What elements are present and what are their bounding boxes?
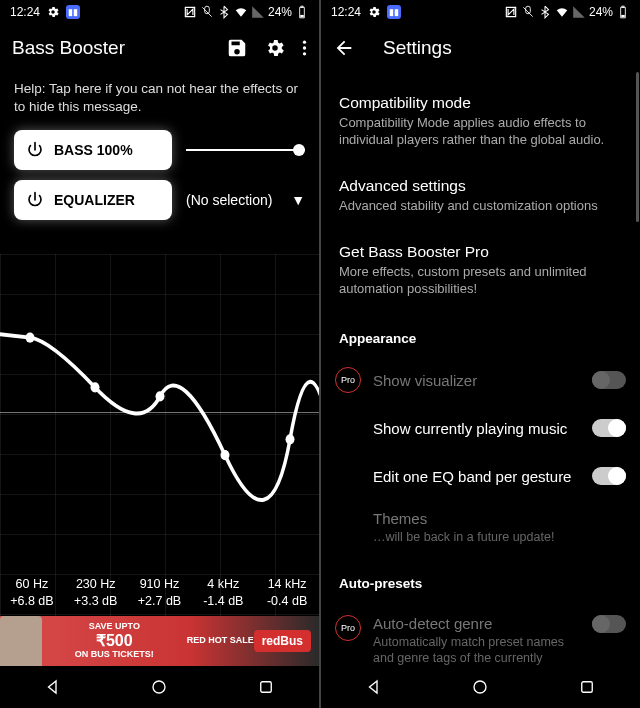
bass-toggle-button[interactable]: BASS 100%	[14, 130, 172, 170]
overflow-icon[interactable]	[302, 37, 307, 59]
app-title: Bass Booster	[12, 37, 210, 59]
gear-icon	[367, 5, 381, 19]
setting-get-pro[interactable]: Get Bass Booster Pro More effects, custo…	[321, 229, 640, 312]
save-icon[interactable]	[226, 37, 248, 59]
equalizer-toggle-button[interactable]: EQUALIZER	[14, 180, 172, 220]
status-bar: 12:24 ▮▮ 24%	[0, 0, 319, 24]
svg-rect-11	[621, 15, 625, 17]
power-icon	[26, 191, 44, 209]
nav-back-icon[interactable]	[365, 678, 383, 696]
svg-point-3	[303, 52, 306, 55]
status-battery-pct: 24%	[268, 5, 292, 19]
status-battery-pct: 24%	[589, 5, 613, 19]
svg-point-5	[91, 383, 100, 393]
section-auto-presets: Auto-presets	[321, 556, 640, 601]
help-message[interactable]: Help: Tap here if you can not hear the e…	[0, 72, 319, 130]
wifi-icon	[234, 5, 248, 19]
pro-badge-icon: Pro	[335, 615, 361, 641]
main-controls: BASS 100% EQUALIZER (No selection) ▼	[0, 130, 319, 230]
svg-point-1	[303, 41, 306, 44]
app-bar: Bass Booster	[0, 24, 319, 72]
screen-bass-booster: 12:24 ▮▮ 24% Bass Booster Help: Tap here…	[0, 0, 319, 708]
nav-home-icon[interactable]	[471, 678, 489, 696]
preset-selector[interactable]: (No selection) ▼	[186, 192, 305, 208]
back-icon[interactable]	[333, 37, 355, 59]
eq-band-labels: 60 Hz+6.8 dB 230 Hz+3.3 dB 910 Hz+2.7 dB…	[0, 576, 319, 610]
pro-badge-icon: Pro	[335, 367, 361, 393]
wifi-icon	[555, 5, 569, 19]
bluetooth-icon	[217, 5, 231, 19]
nav-recent-icon[interactable]	[257, 678, 275, 696]
ad-image	[0, 616, 42, 666]
bass-slider[interactable]	[186, 149, 305, 151]
svg-point-12	[474, 681, 486, 693]
screen-settings: 12:24 ▮▮ 24% Settings Compatibility mode…	[321, 0, 640, 708]
signal-icon	[251, 5, 265, 19]
svg-point-2	[303, 46, 306, 49]
svg-rect-10	[261, 682, 272, 693]
status-time: 12:24	[331, 5, 361, 19]
scrollbar[interactable]	[636, 72, 639, 222]
status-time: 12:24	[10, 5, 40, 19]
app-indicator-icon: ▮▮	[387, 5, 401, 19]
setting-themes: Themes …will be back in a future update!	[321, 500, 640, 555]
nfc-icon	[183, 5, 197, 19]
mute-icon	[521, 5, 535, 19]
switch-auto-detect	[592, 615, 626, 633]
svg-rect-0	[300, 15, 304, 17]
settings-icon[interactable]	[264, 37, 286, 59]
svg-point-9	[153, 681, 165, 693]
ad-tag: RED HOT SALE	[187, 636, 254, 646]
bluetooth-icon	[538, 5, 552, 19]
svg-point-7	[221, 450, 230, 460]
toggle-eq-gesture[interactable]: Edit one EQ band per gesture	[321, 452, 640, 500]
app-indicator-icon: ▮▮	[66, 5, 80, 19]
switch-playing[interactable]	[592, 419, 626, 437]
nav-bar	[321, 666, 640, 708]
signal-icon	[572, 5, 586, 19]
svg-point-4	[26, 333, 35, 343]
equalizer-label: EQUALIZER	[54, 192, 135, 208]
battery-icon	[616, 5, 630, 19]
equalizer-graph[interactable]: 60 Hz+6.8 dB 230 Hz+3.3 dB 910 Hz+2.7 dB…	[0, 254, 319, 616]
ad-brand: redBus	[254, 630, 311, 652]
settings-list[interactable]: Compatibility mode Compatibility Mode ap…	[321, 72, 640, 666]
nav-back-icon[interactable]	[44, 678, 62, 696]
setting-compatibility[interactable]: Compatibility mode Compatibility Mode ap…	[321, 80, 640, 163]
preset-text: (No selection)	[186, 192, 272, 208]
svg-rect-13	[582, 682, 593, 693]
nav-bar	[0, 666, 319, 708]
switch-visualizer	[592, 371, 626, 389]
battery-icon	[295, 5, 309, 19]
nav-recent-icon[interactable]	[578, 678, 596, 696]
status-bar: 12:24 ▮▮ 24%	[321, 0, 640, 24]
gear-icon	[46, 5, 60, 19]
nav-home-icon[interactable]	[150, 678, 168, 696]
svg-point-6	[156, 392, 165, 402]
setting-advanced[interactable]: Advanced settings Advanced stability and…	[321, 163, 640, 229]
eq-curve	[0, 254, 319, 616]
switch-eq-gesture[interactable]	[592, 467, 626, 485]
toggle-show-visualizer: Pro Show visualizer	[321, 356, 640, 404]
svg-point-8	[286, 435, 295, 445]
mute-icon	[200, 5, 214, 19]
app-bar: Settings	[321, 24, 640, 72]
toggle-show-playing[interactable]: Show currently playing music	[321, 404, 640, 452]
power-icon	[26, 141, 44, 159]
bass-label: BASS 100%	[54, 142, 133, 158]
slider-thumb[interactable]	[293, 144, 305, 156]
section-appearance: Appearance	[321, 311, 640, 356]
toggle-auto-detect: Pro Auto-detect genre Automatically matc…	[321, 601, 640, 666]
chevron-down-icon: ▼	[291, 192, 305, 208]
page-title: Settings	[383, 37, 628, 59]
nfc-icon	[504, 5, 518, 19]
ad-text: SAVE UPTO ₹500 ON BUS TICKETS!	[42, 622, 187, 659]
ad-banner[interactable]: SAVE UPTO ₹500 ON BUS TICKETS! RED HOT S…	[0, 616, 319, 666]
